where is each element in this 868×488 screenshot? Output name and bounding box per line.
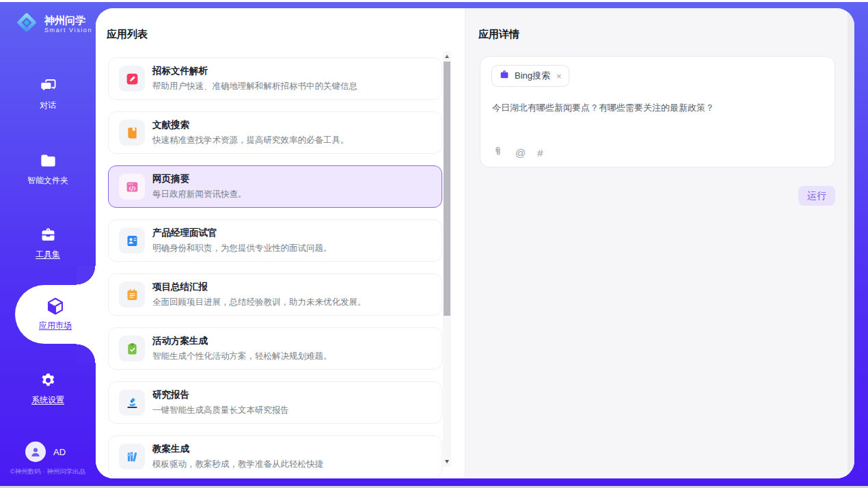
- app-name: 网页摘要: [152, 173, 247, 185]
- app-list-scrollbar[interactable]: [443, 51, 451, 467]
- pen-square-icon: [119, 66, 145, 92]
- app-name: 项目总结汇报: [152, 281, 366, 293]
- microscope-icon: [119, 390, 145, 416]
- app-card-event-plan[interactable]: 活动方案生成 智能生成个性化活动方案，轻松解决规划难题。: [108, 327, 442, 370]
- app-card-lesson-plan[interactable]: 教案生成 模板驱动，教案秒成，教学准备从此轻松快捷: [108, 435, 442, 478]
- app-name: 产品经理面试官: [152, 227, 332, 239]
- app-name: 招标文件解析: [152, 65, 357, 77]
- app-description: 智能生成个性化活动方案，轻松解决规划难题。: [152, 351, 332, 362]
- app-card-research-report[interactable]: 研究报告 一键智能生成高质量长文本研究报告: [108, 381, 442, 424]
- app-description: 模板驱动，教案秒成，教学准备从此轻松快捷: [152, 459, 323, 470]
- app-name: 文献搜索: [152, 119, 349, 131]
- paperclip-icon[interactable]: [492, 146, 504, 160]
- app-card-literature-search[interactable]: 文献搜索 快速精准查找学术资源，提高研究效率的必备工具。: [108, 111, 442, 154]
- prompt-card[interactable]: Bing搜索 × 今日湖北有哪些新闻要点？有哪些需要关注的最新政策？ @ #: [480, 56, 835, 167]
- sidebar-item-app-market[interactable]: 应用市场: [15, 285, 96, 344]
- brand-logo[interactable]: 神州问学 Smart Vision: [14, 10, 92, 38]
- app-detail-title: 应用详情: [478, 28, 519, 41]
- prompt-input[interactable]: 今日湖北有哪些新闻要点？有哪些需要关注的最新政策？: [492, 102, 824, 114]
- app-card-list: 招标文件解析 帮助用户快速、准确地理解和解析招标书中的关键信息 文献搜索 快速精…: [108, 57, 442, 478]
- book-icon: [119, 120, 145, 146]
- chat-icon: [0, 77, 96, 95]
- mention-icon[interactable]: @: [515, 148, 526, 159]
- main-content: 应用列表 招标文件解析 帮助用户快速、准确地理解和解析招标书中的关键信息: [96, 8, 854, 478]
- app-description: 全面回顾项目进展，总结经验教训，助力未来优化发展。: [152, 297, 366, 308]
- books-icon: [119, 444, 145, 470]
- scroll-up-icon[interactable]: [445, 55, 449, 58]
- app-card-pm-interviewer[interactable]: 产品经理面试官 明确身份和职责，为您提供专业性的面试问题。: [108, 219, 442, 262]
- sidebar-item-label: 工具集: [36, 249, 60, 259]
- sidebar-item-smart-folder[interactable]: 智能文件夹: [0, 152, 96, 187]
- sidebar-item-label: 对话: [40, 100, 56, 110]
- app-card-project-summary[interactable]: 项目总结汇报 全面回顾项目进展，总结经验教训，助力未来优化发展。: [108, 273, 442, 316]
- sidebar-item-toolset[interactable]: 工具集: [0, 226, 96, 260]
- app-card-web-summary[interactable]: 网页摘要 每日政府新闻资讯快查。: [108, 165, 442, 208]
- gear-icon: [0, 371, 96, 390]
- sidebar-item-chat[interactable]: 对话: [0, 77, 96, 111]
- clipboard-check-icon: [119, 336, 145, 362]
- sidebar-item-label: 智能文件夹: [27, 176, 68, 185]
- browser-code-icon: [119, 174, 145, 200]
- avatar: [25, 442, 46, 462]
- sidebar-item-label: 系统设置: [31, 395, 64, 405]
- app-name: 活动方案生成: [152, 335, 332, 347]
- app-description: 一键智能生成高质量长文本研究报告: [152, 405, 289, 416]
- tool-tag-bing-search[interactable]: Bing搜索 ×: [491, 65, 569, 87]
- interviewer-icon: [119, 228, 145, 254]
- sidebar-item-label: 应用市场: [39, 321, 72, 330]
- copyright-text: ©神州数码 · 神州问学出品: [0, 467, 96, 476]
- report-note-icon: [119, 282, 145, 308]
- app-detail-panel: 应用详情 Bing搜索 × 今日湖北有哪些新闻要点？有哪些需要关注的最新政策？: [465, 8, 854, 478]
- app-description: 帮助用户快速、准确地理解和解析招标书中的关键信息: [152, 81, 357, 92]
- app-list-panel: 应用列表 招标文件解析 帮助用户快速、准确地理解和解析招标书中的关键信息: [96, 8, 465, 478]
- app-name: 教案生成: [152, 443, 323, 455]
- scroll-down-icon[interactable]: [445, 460, 449, 463]
- active-tab-curve-top: [77, 266, 96, 285]
- run-button[interactable]: 运行: [798, 186, 835, 206]
- app-list-title: 应用列表: [107, 28, 148, 41]
- close-icon[interactable]: ×: [556, 71, 562, 81]
- detail-scrollbar-track[interactable]: [847, 8, 854, 478]
- tool-tag-label: Bing搜索: [515, 70, 550, 82]
- folder-icon: [0, 152, 96, 170]
- diamond-logo-icon: [14, 10, 40, 38]
- app-description: 快速精准查找学术资源，提高研究效率的必备工具。: [152, 135, 349, 146]
- app-description: 每日政府新闻资讯快查。: [152, 189, 247, 200]
- brand-subtitle: Smart Vision: [44, 27, 92, 33]
- sidebar-item-settings[interactable]: 系统设置: [0, 371, 96, 406]
- toolbox-icon: [0, 226, 96, 244]
- active-tab-curve-bottom: [77, 344, 96, 363]
- brand-name: 神州问学: [44, 14, 92, 27]
- scrollbar-thumb[interactable]: [444, 62, 450, 316]
- cube-icon: [15, 296, 96, 316]
- composer-toolbar: @ #: [492, 146, 543, 160]
- hash-icon[interactable]: #: [537, 148, 543, 159]
- app-name: 研究报告: [152, 389, 289, 401]
- user-name: AD: [53, 447, 66, 457]
- app-card-bid-parse[interactable]: 招标文件解析 帮助用户快速、准确地理解和解析招标书中的关键信息: [108, 57, 442, 100]
- app-description: 明确身份和职责，为您提供专业性的面试问题。: [152, 243, 332, 254]
- user-account[interactable]: AD: [25, 442, 66, 462]
- briefcase-icon: [499, 69, 510, 83]
